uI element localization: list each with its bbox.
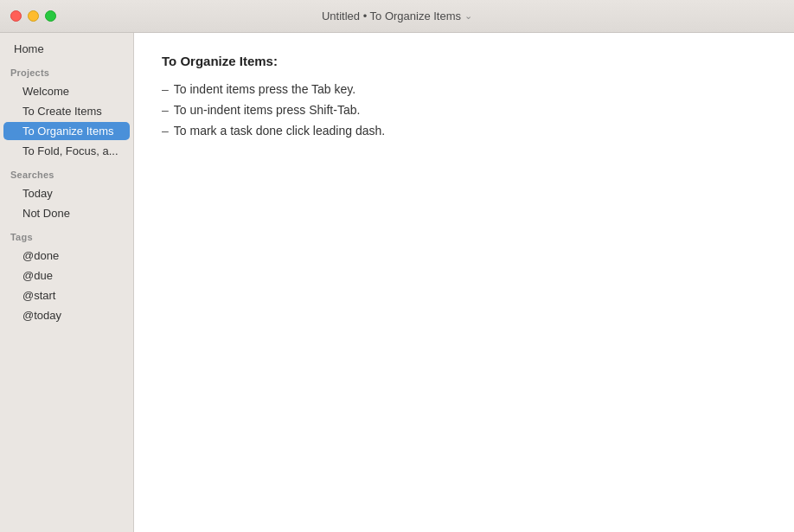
dash-icon-2: – — [162, 103, 169, 117]
content-item-2: – To un-indent items press Shift-Tab. — [162, 103, 766, 117]
sidebar-item-not-done[interactable]: Not Done — [3, 204, 130, 222]
content-item-text-1: To indent items press the Tab key. — [174, 82, 355, 96]
content-item-text-3: To mark a task done click leading dash. — [174, 124, 385, 138]
dash-icon-1: – — [162, 82, 169, 96]
sidebar-item-today[interactable]: Today — [3, 184, 130, 202]
main-layout: Home Projects Welcome To Create Items To… — [0, 33, 794, 532]
minimize-button[interactable] — [28, 10, 39, 22]
close-button[interactable] — [10, 10, 22, 22]
sidebar-item-create-items[interactable]: To Create Items — [3, 102, 130, 120]
content-title: To Organize Items: — [162, 54, 766, 68]
traffic-lights[interactable] — [10, 10, 56, 22]
titlebar: Untitled • To Organize Items ⌄ — [0, 0, 794, 33]
sidebar-item-tag-start[interactable]: @start — [3, 286, 130, 304]
window-title: Untitled • To Organize Items — [322, 10, 461, 22]
sidebar-section-searches: Searches — [0, 161, 133, 183]
maximize-button[interactable] — [45, 10, 56, 22]
sidebar-section-tags: Tags — [0, 223, 133, 246]
sidebar-item-organize-items[interactable]: To Organize Items — [3, 122, 130, 140]
sidebar-item-home[interactable]: Home — [3, 40, 130, 58]
content-item-3: – To mark a task done click leading dash… — [162, 124, 766, 138]
chevron-down-icon: ⌄ — [464, 10, 472, 22]
sidebar-item-tag-due[interactable]: @due — [3, 266, 130, 285]
sidebar-section-projects: Projects — [0, 59, 133, 81]
content-item-text-2: To un-indent items press Shift-Tab. — [174, 103, 361, 117]
dash-icon-3: – — [162, 124, 169, 138]
sidebar-item-fold-focus[interactable]: To Fold, Focus, a... — [3, 142, 130, 160]
sidebar: Home Projects Welcome To Create Items To… — [0, 33, 134, 532]
sidebar-item-welcome[interactable]: Welcome — [3, 82, 130, 100]
content-item-1: – To indent items press the Tab key. — [162, 82, 766, 96]
content-area: To Organize Items: – To indent items pre… — [134, 33, 794, 532]
sidebar-item-tag-today[interactable]: @today — [3, 306, 130, 324]
sidebar-item-tag-done[interactable]: @done — [3, 247, 130, 265]
